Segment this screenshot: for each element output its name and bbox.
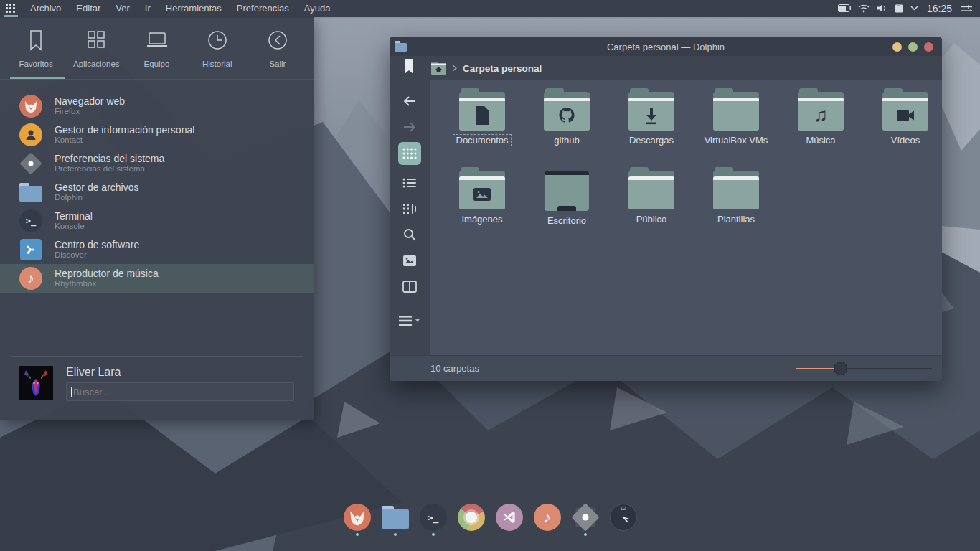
menu-editar[interactable]: Editar [76, 3, 100, 14]
window-title: Carpeta personal — Dolphin [390, 42, 942, 52]
folder-grid: Documentos github Descargas Virt [440, 86, 942, 244]
application-launcher-panel: Favoritos Aplicaciones Equipo Historial … [0, 17, 314, 420]
search-input[interactable]: Buscar... [66, 382, 294, 401]
system-tray: 16:25 [838, 3, 980, 14]
launcher-tabs: Favoritos Aplicaciones Equipo Historial … [6, 24, 308, 80]
folder-descargas[interactable]: Descargas [609, 86, 694, 165]
app-title: Gestor de información personal [55, 124, 194, 136]
tabs-divider [0, 79, 314, 80]
folder-label: VirtualBox VMs [702, 135, 771, 146]
folder-escritorio[interactable]: Escritorio [524, 165, 609, 244]
leave-icon [267, 29, 288, 51]
places-bookmark-icon[interactable] [404, 59, 414, 77]
chevron-down-icon[interactable] [910, 6, 918, 11]
titlebar[interactable]: Carpeta personal — Dolphin [390, 37, 942, 56]
global-menu-bar: Archivo Editar Ver Ir Herramientas Prefe… [0, 0, 980, 17]
document-glyph-icon [474, 106, 490, 125]
dock-konsole[interactable]: >_ [419, 504, 448, 536]
folder-github[interactable]: github [524, 86, 609, 165]
running-indicator [432, 533, 435, 536]
running-indicator [584, 533, 587, 536]
menu-archivo[interactable]: Archivo [30, 3, 61, 14]
hamburger-menu-button[interactable] [397, 310, 422, 331]
menu-ayuda[interactable]: Ayuda [304, 3, 331, 14]
breadcrumb[interactable]: Carpeta personal [431, 62, 542, 75]
tab-salir[interactable]: Salir [248, 24, 308, 80]
tab-equipo[interactable]: Equipo [126, 24, 187, 80]
clipboard-icon[interactable] [895, 4, 903, 13]
icon-view-button[interactable] [398, 142, 421, 165]
zoom-slider[interactable] [796, 356, 936, 382]
compact-view-button[interactable] [397, 198, 422, 220]
dock-chrome[interactable] [457, 504, 486, 536]
folder-documentos[interactable]: Documentos [440, 86, 524, 165]
search-button[interactable] [397, 224, 422, 245]
dock: >_ ♪ 12 [0, 504, 980, 548]
system-settings-icon [19, 152, 42, 175]
dock-firefox[interactable] [343, 504, 372, 536]
close-button[interactable] [924, 42, 933, 52]
app-row-rhythmbox[interactable]: ♪ Reproductor de música Rhythmbox [0, 264, 314, 293]
terminal-icon: >_ [420, 504, 447, 531]
menu-herramientas[interactable]: Herramientas [166, 3, 222, 14]
status-text: 10 carpetas [430, 363, 479, 374]
user-divider [10, 356, 303, 357]
list-view-button[interactable] [397, 172, 422, 194]
maximize-button[interactable] [908, 42, 918, 52]
slider-handle[interactable] [834, 362, 847, 375]
avatar[interactable] [19, 366, 53, 400]
menu-ir[interactable]: Ir [145, 3, 151, 14]
back-button[interactable] [397, 90, 422, 112]
folder-label: Descargas [626, 135, 677, 146]
app-row-dolphin[interactable]: Gestor de archivos Dolphin [0, 178, 314, 207]
minimize-button[interactable] [892, 42, 902, 52]
tab-label: Salir [269, 60, 286, 68]
kontact-icon [19, 123, 42, 146]
desktop-glyph-icon [545, 171, 589, 211]
settings-diamond-icon [572, 503, 599, 532]
text-caret [71, 387, 72, 397]
menu-ver[interactable]: Ver [116, 3, 130, 14]
video-glyph-icon [896, 108, 915, 123]
folder-label: Documentos [453, 135, 512, 146]
folder-virtualbox-vms[interactable]: VirtualBox VMs [694, 86, 778, 165]
split-view-button[interactable] [397, 276, 422, 297]
app-row-discover[interactable]: Centro de software Discover [0, 235, 314, 264]
dock-dolphin[interactable] [381, 504, 410, 536]
folder-plantillas[interactable]: Plantillas [694, 165, 778, 244]
folder-imagenes[interactable]: Imágenes [440, 165, 524, 244]
preview-button[interactable] [397, 250, 422, 271]
folder-label: Público [633, 214, 670, 225]
folder-publico[interactable]: Público [609, 165, 694, 244]
app-row-terminal[interactable]: >_ Terminal Konsole [0, 207, 314, 235]
split-icon [402, 281, 417, 293]
icon-view-icon [402, 147, 418, 160]
location-toolbar: Carpeta personal [390, 56, 942, 80]
battery-icon[interactable] [838, 4, 851, 12]
tab-aplicaciones[interactable]: Aplicaciones [66, 24, 126, 80]
music-glyph-icon: ♫ [814, 105, 828, 124]
app-subtitle: Firefox [55, 107, 125, 116]
forward-button[interactable] [397, 116, 422, 138]
app-row-firefox[interactable]: Navegador web Firefox [0, 92, 314, 121]
folder-videos[interactable]: Vídeos [863, 86, 942, 165]
dock-clock[interactable]: 12 [609, 504, 638, 536]
folder-musica[interactable]: ♫ Música [778, 86, 863, 165]
app-launcher-button[interactable] [0, 0, 22, 17]
tab-historial[interactable]: Historial [187, 24, 248, 80]
neon-deer-art [19, 366, 53, 400]
app-subtitle: Discover [55, 250, 139, 260]
dock-vscode[interactable] [495, 504, 524, 536]
dock-system-settings[interactable] [571, 504, 600, 536]
wifi-icon[interactable] [858, 4, 870, 13]
menu-preferencias[interactable]: Preferencias [237, 3, 289, 14]
menubar-items: Archivo Editar Ver Ir Herramientas Prefe… [30, 3, 330, 14]
clock-text[interactable]: 16:25 [927, 3, 952, 14]
tab-favoritos[interactable]: Favoritos [6, 24, 66, 80]
dolphin-window: Carpeta personal — Dolphin Carpeta perso… [390, 37, 942, 381]
tweaks-icon[interactable] [961, 4, 973, 13]
app-row-preferencias[interactable]: Preferencias del sistema Preferencias de… [0, 149, 314, 178]
app-row-kontact[interactable]: Gestor de información personal Kontact [0, 121, 314, 149]
dock-rhythmbox[interactable]: ♪ [533, 504, 562, 536]
volume-icon[interactable] [877, 4, 887, 13]
